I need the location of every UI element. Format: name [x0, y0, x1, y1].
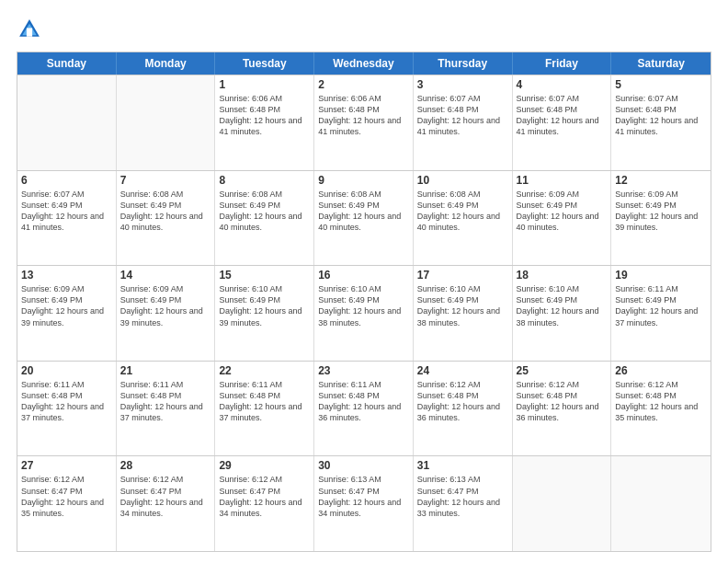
calendar-cell: 29Sunrise: 6:12 AMSunset: 6:47 PMDayligh… — [215, 456, 314, 551]
cell-info: Sunrise: 6:09 AMSunset: 6:49 PMDaylight:… — [21, 283, 112, 328]
calendar-cell: 23Sunrise: 6:11 AMSunset: 6:48 PMDayligh… — [314, 362, 414, 456]
day-number: 12 — [615, 174, 707, 187]
calendar-cell: 15Sunrise: 6:10 AMSunset: 6:49 PMDayligh… — [215, 266, 314, 361]
cell-info: Sunrise: 6:11 AMSunset: 6:49 PMDaylight:… — [615, 283, 707, 328]
cell-info: Sunrise: 6:09 AMSunset: 6:49 PMDaylight:… — [120, 283, 211, 328]
day-number: 8 — [219, 174, 310, 187]
calendar-cell: 4Sunrise: 6:07 AMSunset: 6:48 PMDaylight… — [513, 75, 612, 170]
day-number: 14 — [120, 269, 211, 282]
calendar-cell: 22Sunrise: 6:11 AMSunset: 6:48 PMDayligh… — [215, 362, 314, 456]
calendar-cell: 11Sunrise: 6:09 AMSunset: 6:49 PMDayligh… — [513, 171, 612, 266]
day-number: 16 — [318, 269, 409, 282]
weekday-header: Friday — [513, 52, 612, 75]
cell-info: Sunrise: 6:10 AMSunset: 6:49 PMDaylight:… — [417, 283, 508, 328]
calendar-cell: 12Sunrise: 6:09 AMSunset: 6:49 PMDayligh… — [611, 171, 711, 266]
day-number: 30 — [318, 459, 409, 472]
day-number: 31 — [417, 459, 508, 472]
day-number: 4 — [517, 78, 608, 91]
day-number: 28 — [120, 459, 211, 472]
header — [17, 17, 711, 42]
cell-info: Sunrise: 6:10 AMSunset: 6:49 PMDaylight:… — [318, 283, 409, 328]
calendar-cell — [17, 75, 117, 170]
day-number: 11 — [517, 174, 608, 187]
calendar-body: 1Sunrise: 6:06 AMSunset: 6:48 PMDaylight… — [17, 75, 711, 551]
cell-info: Sunrise: 6:07 AMSunset: 6:48 PMDaylight:… — [517, 93, 608, 138]
cell-info: Sunrise: 6:12 AMSunset: 6:48 PMDaylight:… — [615, 379, 707, 424]
calendar-cell: 21Sunrise: 6:11 AMSunset: 6:48 PMDayligh… — [117, 362, 216, 456]
calendar-cell — [611, 456, 711, 551]
cell-info: Sunrise: 6:06 AMSunset: 6:48 PMDaylight:… — [318, 93, 409, 138]
calendar-cell: 27Sunrise: 6:12 AMSunset: 6:47 PMDayligh… — [17, 456, 117, 551]
cell-info: Sunrise: 6:12 AMSunset: 6:48 PMDaylight:… — [517, 379, 608, 424]
svg-rect-2 — [27, 28, 32, 36]
day-number: 18 — [517, 269, 608, 282]
day-number: 9 — [318, 174, 409, 187]
day-number: 17 — [417, 269, 508, 282]
calendar-week: 20Sunrise: 6:11 AMSunset: 6:48 PMDayligh… — [17, 361, 711, 456]
weekday-header: Sunday — [17, 52, 117, 75]
cell-info: Sunrise: 6:06 AMSunset: 6:48 PMDaylight:… — [219, 93, 310, 138]
day-number: 27 — [21, 459, 112, 472]
calendar-cell: 17Sunrise: 6:10 AMSunset: 6:49 PMDayligh… — [414, 266, 513, 361]
cell-info: Sunrise: 6:12 AMSunset: 6:47 PMDaylight:… — [21, 474, 112, 519]
cell-info: Sunrise: 6:07 AMSunset: 6:48 PMDaylight:… — [615, 93, 707, 138]
calendar-cell: 28Sunrise: 6:12 AMSunset: 6:47 PMDayligh… — [117, 456, 216, 551]
cell-info: Sunrise: 6:09 AMSunset: 6:49 PMDaylight:… — [615, 189, 707, 234]
calendar-week: 1Sunrise: 6:06 AMSunset: 6:48 PMDaylight… — [17, 75, 711, 170]
calendar-cell: 1Sunrise: 6:06 AMSunset: 6:48 PMDaylight… — [215, 75, 314, 170]
logo — [17, 17, 46, 42]
weekday-header: Monday — [117, 52, 216, 75]
cell-info: Sunrise: 6:07 AMSunset: 6:49 PMDaylight:… — [21, 189, 112, 234]
calendar-cell: 24Sunrise: 6:12 AMSunset: 6:48 PMDayligh… — [414, 362, 513, 456]
cell-info: Sunrise: 6:12 AMSunset: 6:47 PMDaylight:… — [219, 474, 310, 519]
calendar-cell: 30Sunrise: 6:13 AMSunset: 6:47 PMDayligh… — [314, 456, 414, 551]
day-number: 3 — [417, 78, 508, 91]
cell-info: Sunrise: 6:13 AMSunset: 6:47 PMDaylight:… — [417, 474, 508, 519]
weekday-header: Thursday — [414, 52, 513, 75]
day-number: 10 — [417, 174, 508, 187]
calendar-week: 13Sunrise: 6:09 AMSunset: 6:49 PMDayligh… — [17, 265, 711, 361]
cell-info: Sunrise: 6:07 AMSunset: 6:48 PMDaylight:… — [417, 93, 508, 138]
calendar-cell: 20Sunrise: 6:11 AMSunset: 6:48 PMDayligh… — [17, 362, 117, 456]
day-number: 25 — [517, 364, 608, 377]
day-number: 24 — [417, 364, 508, 377]
calendar-cell: 26Sunrise: 6:12 AMSunset: 6:48 PMDayligh… — [611, 362, 711, 456]
calendar-cell: 19Sunrise: 6:11 AMSunset: 6:49 PMDayligh… — [611, 266, 711, 361]
cell-info: Sunrise: 6:09 AMSunset: 6:49 PMDaylight:… — [517, 189, 608, 234]
cell-info: Sunrise: 6:08 AMSunset: 6:49 PMDaylight:… — [219, 189, 310, 234]
cell-info: Sunrise: 6:10 AMSunset: 6:49 PMDaylight:… — [517, 283, 608, 328]
day-number: 1 — [219, 78, 310, 91]
day-number: 22 — [219, 364, 310, 377]
page: SundayMondayTuesdayWednesdayThursdayFrid… — [0, 0, 728, 563]
calendar-cell: 16Sunrise: 6:10 AMSunset: 6:49 PMDayligh… — [314, 266, 414, 361]
day-number: 7 — [120, 174, 211, 187]
day-number: 21 — [120, 364, 211, 377]
calendar-cell: 9Sunrise: 6:08 AMSunset: 6:49 PMDaylight… — [314, 171, 414, 266]
weekday-header: Saturday — [611, 52, 711, 75]
cell-info: Sunrise: 6:11 AMSunset: 6:48 PMDaylight:… — [219, 379, 310, 424]
day-number: 20 — [21, 364, 112, 377]
calendar-cell: 14Sunrise: 6:09 AMSunset: 6:49 PMDayligh… — [117, 266, 216, 361]
calendar-cell — [513, 456, 612, 551]
cell-info: Sunrise: 6:08 AMSunset: 6:49 PMDaylight:… — [120, 189, 211, 234]
calendar-cell: 2Sunrise: 6:06 AMSunset: 6:48 PMDaylight… — [314, 75, 414, 170]
calendar-week: 27Sunrise: 6:12 AMSunset: 6:47 PMDayligh… — [17, 455, 711, 551]
day-number: 2 — [318, 78, 409, 91]
day-number: 15 — [219, 269, 310, 282]
cell-info: Sunrise: 6:10 AMSunset: 6:49 PMDaylight:… — [219, 283, 310, 328]
calendar: SundayMondayTuesdayWednesdayThursdayFrid… — [17, 52, 711, 552]
calendar-cell: 5Sunrise: 6:07 AMSunset: 6:48 PMDaylight… — [611, 75, 711, 170]
day-number: 23 — [318, 364, 409, 377]
day-number: 19 — [615, 269, 707, 282]
day-number: 26 — [615, 364, 707, 377]
weekday-header: Wednesday — [314, 52, 414, 75]
day-number: 5 — [615, 78, 707, 91]
day-number: 6 — [21, 174, 112, 187]
cell-info: Sunrise: 6:13 AMSunset: 6:47 PMDaylight:… — [318, 474, 409, 519]
calendar-header: SundayMondayTuesdayWednesdayThursdayFrid… — [17, 52, 711, 75]
weekday-header: Tuesday — [215, 52, 314, 75]
day-number: 29 — [219, 459, 310, 472]
cell-info: Sunrise: 6:11 AMSunset: 6:48 PMDaylight:… — [120, 379, 211, 424]
cell-info: Sunrise: 6:08 AMSunset: 6:49 PMDaylight:… — [417, 189, 508, 234]
calendar-cell: 7Sunrise: 6:08 AMSunset: 6:49 PMDaylight… — [117, 171, 216, 266]
